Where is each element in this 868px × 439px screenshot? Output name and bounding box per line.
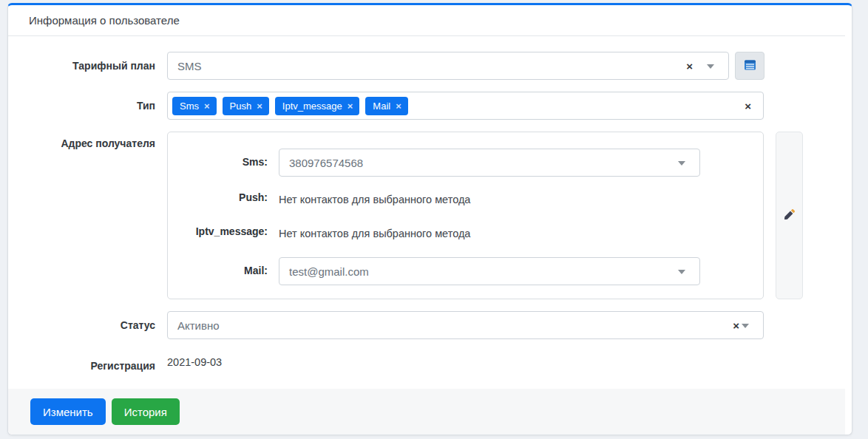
address-row-iptv-message: Iptv_message: Нет контактов для выбранно… bbox=[168, 223, 763, 242]
card-footer: Изменить История bbox=[8, 389, 845, 435]
history-button[interactable]: История bbox=[112, 398, 180, 425]
type-label: Тип bbox=[29, 92, 155, 112]
chevron-down-icon bbox=[678, 161, 685, 166]
mail-contact-select[interactable]: test@gmail.com bbox=[279, 257, 700, 285]
type-tag-sms: Sms × bbox=[172, 97, 217, 115]
tariff-plan-select[interactable]: SMS × bbox=[167, 52, 729, 80]
chevron-down-icon bbox=[742, 324, 749, 328]
tag-label: Mail bbox=[373, 101, 390, 112]
tag-remove-icon[interactable]: × bbox=[257, 101, 262, 111]
edit-button[interactable]: Изменить bbox=[30, 398, 106, 425]
status-value: Активно bbox=[168, 319, 220, 332]
tariff-list-button[interactable] bbox=[735, 52, 764, 80]
user-info-card: Информация о пользователе Тарифный план … bbox=[7, 3, 852, 435]
type-tag-iptv-message: Iptv_message × bbox=[275, 97, 360, 115]
tag-label: Sms bbox=[180, 101, 199, 112]
card-body: Тарифный план SMS × bbox=[8, 36, 852, 389]
recipient-address-panel: Sms: 380976574568 Push: Нет контактов дл… bbox=[167, 132, 764, 299]
page-title: Информация о пользователе bbox=[29, 14, 180, 27]
tag-remove-icon[interactable]: × bbox=[396, 101, 401, 111]
status-row: Статус Активно × bbox=[29, 311, 852, 339]
registration-row: Регистрация 2021-09-03 bbox=[29, 351, 852, 372]
recipient-address-row: Адрес получателя Sms: 380976574568 Push:… bbox=[29, 132, 852, 299]
tariff-plan-label: Тарифный план bbox=[29, 52, 155, 72]
list-alt-icon bbox=[744, 59, 756, 73]
sms-label: Sms: bbox=[168, 149, 268, 168]
sms-contact-select[interactable]: 380976574568 bbox=[279, 149, 700, 177]
push-label: Push: bbox=[168, 189, 268, 203]
registration-label: Регистрация bbox=[29, 351, 155, 372]
mail-label: Mail: bbox=[168, 257, 268, 276]
pencil-icon bbox=[784, 209, 795, 222]
clear-icon[interactable]: × bbox=[733, 320, 739, 331]
address-row-mail: Mail: test@gmail.com bbox=[168, 257, 763, 285]
mail-contact-value: test@gmail.com bbox=[279, 265, 369, 278]
clear-icon[interactable]: × bbox=[745, 101, 751, 112]
address-row-sms: Sms: 380976574568 bbox=[168, 149, 763, 177]
registration-date: 2021-09-03 bbox=[167, 351, 764, 368]
chevron-down-icon bbox=[678, 270, 685, 274]
status-label: Статус bbox=[29, 311, 155, 331]
status-select[interactable]: Активно × bbox=[167, 311, 764, 339]
clear-icon[interactable]: × bbox=[686, 61, 693, 72]
push-no-contacts-text: Нет контактов для выбранного метода bbox=[279, 189, 470, 208]
tariff-plan-value: SMS bbox=[168, 60, 202, 72]
type-multiselect[interactable]: Sms × Push × Iptv_message × Mail × bbox=[167, 92, 764, 120]
iptv-no-contacts-text: Нет контактов для выбранного метода bbox=[279, 223, 470, 242]
tag-label: Push bbox=[230, 101, 252, 112]
type-tag-push: Push × bbox=[223, 97, 269, 115]
tariff-plan-row: Тарифный план SMS × bbox=[29, 52, 852, 80]
sms-contact-value: 380976574568 bbox=[279, 157, 363, 169]
chevron-down-icon bbox=[707, 64, 714, 69]
type-tag-mail: Mail × bbox=[365, 97, 407, 115]
address-row-push: Push: Нет контактов для выбранного метод… bbox=[168, 189, 763, 208]
card-header: Информация о пользователе bbox=[8, 5, 845, 36]
edit-contacts-button[interactable] bbox=[776, 132, 803, 299]
type-row: Тип Sms × Push × Iptv_message × bbox=[29, 92, 852, 120]
recipient-address-label: Адрес получателя bbox=[29, 132, 155, 149]
tag-remove-icon[interactable]: × bbox=[204, 101, 210, 111]
tag-label: Iptv_message bbox=[282, 101, 342, 112]
tag-remove-icon[interactable]: × bbox=[347, 101, 353, 111]
iptv-message-label: Iptv_message: bbox=[168, 223, 268, 237]
